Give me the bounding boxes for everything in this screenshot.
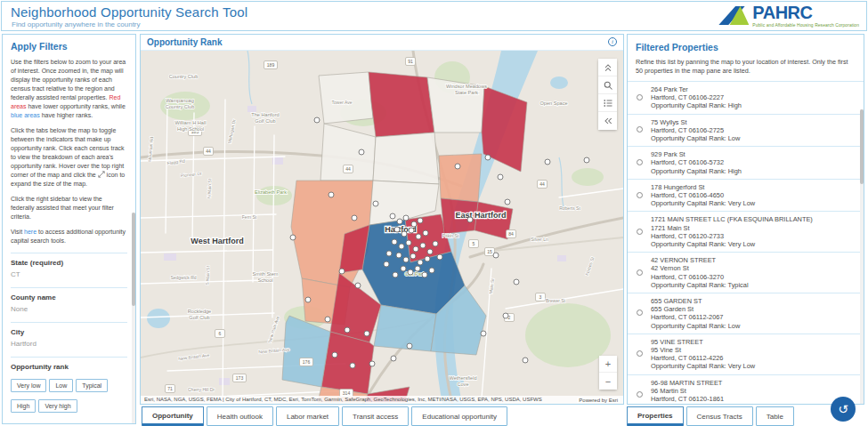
property-map-marker[interactable] [369,361,375,366]
property-map-marker[interactable] [384,261,389,267]
properties-scrollbar-thumb[interactable] [860,109,864,184]
zoom-in-button[interactable]: + [599,356,617,373]
property-map-marker[interactable] [409,228,414,233]
state-field[interactable]: State (required) CT [11,253,127,280]
property-map-marker[interactable] [467,217,473,222]
property-item[interactable]: 1721 MAIN STREET LLC (FKA ESQUINA BRILLA… [628,212,864,253]
property-map-marker[interactable] [413,246,418,252]
property-map-marker[interactable] [514,279,519,285]
search-icon[interactable] [598,76,617,94]
property-map-marker[interactable] [314,117,320,123]
property-map-marker[interactable] [325,317,330,322]
property-map-marker[interactable] [416,234,421,239]
tab-labor-market[interactable]: Labor market [276,406,339,426]
property-map-marker[interactable] [545,159,550,165]
property-map-marker[interactable] [359,149,364,155]
tab-educational-opportunity[interactable]: Educational opportunity [411,406,507,426]
property-map-marker[interactable] [403,257,409,262]
property-map-marker[interactable] [290,235,296,240]
property-map-marker[interactable] [415,266,420,271]
property-item[interactable]: 264 Park TerHartford, CT 06106-2227Oppor… [628,82,864,115]
tab-properties[interactable]: Properties [627,406,684,426]
property-item[interactable]: 178 Hungerford StHartford, CT 06106-4650… [628,180,864,213]
property-map-marker[interactable] [408,269,413,275]
property-map-marker[interactable] [423,230,428,236]
map-svg[interactable]: 189185914444448451523671173176314 Countr… [141,51,623,404]
city-field-value[interactable]: Hartford [11,340,127,348]
county-field[interactable]: County name None [11,287,127,315]
property-map-marker[interactable] [418,260,423,265]
property-map-marker[interactable] [407,343,412,349]
property-map-marker[interactable] [401,266,406,271]
filters-scrollbar-thumb[interactable] [132,213,135,306]
tab-census-tracts[interactable]: Census Tracts [686,406,753,426]
city-field[interactable]: City Hartford [11,322,127,350]
tab-health-outlook[interactable]: Health outlook [207,406,273,426]
property-map-marker[interactable] [437,254,442,260]
opportunity-rank-option-very-low[interactable]: Very low [11,379,46,392]
property-map-marker[interactable] [498,174,503,180]
property-map-marker[interactable] [505,199,510,205]
property-map-marker[interactable] [418,218,423,223]
tab-transit-access[interactable]: Transit access [342,406,409,426]
info-icon[interactable]: i [608,37,617,46]
tab-opportunity[interactable]: Opportunity [142,406,204,426]
property-map-marker[interactable] [391,356,396,361]
opportunity-rank-option-high[interactable]: High [11,399,36,413]
property-map-marker[interactable] [481,331,486,336]
property-map-marker[interactable] [427,249,433,254]
property-map-marker[interactable] [485,155,491,160]
property-item[interactable]: 95 VINE STREET95 Vine StHartford, CT 061… [628,334,864,375]
tab-table[interactable]: Table [756,406,794,426]
property-map-marker[interactable] [399,244,404,249]
property-item[interactable]: 42 VERNON STREET42 Vernon StHartford, CT… [628,253,864,293]
opportunity-rank-option-very-high[interactable]: Very high [38,399,77,413]
legend-list-icon[interactable] [598,94,617,112]
property-map-marker[interactable] [455,164,460,169]
here-link[interactable]: here [24,229,37,235]
map-canvas[interactable]: 189185914444448451523671173176314 Countr… [141,51,623,404]
collapse-left-icon[interactable] [598,112,617,130]
property-map-marker[interactable] [396,253,402,258]
collapse-up-icon[interactable] [598,59,617,76]
property-item[interactable]: 75 Wyllys StHartford, CT 06106-2725Oppor… [628,115,864,148]
property-map-marker[interactable] [350,363,355,368]
property-map-marker[interactable] [397,219,402,224]
property-item[interactable]: 655 GARDEN ST655 Garden StHartford, CT 0… [628,293,864,334]
property-map-marker[interactable] [429,268,434,273]
property-map-marker[interactable] [392,239,397,245]
property-map-marker[interactable] [332,352,337,358]
property-map-marker[interactable] [503,313,508,318]
property-map-marker[interactable] [433,241,438,246]
property-item[interactable]: 96-98 MARTIN STREET96 Martin StHartford,… [628,375,864,405]
property-map-marker[interactable] [402,231,407,237]
opportunity-rank-option-low[interactable]: Low [49,379,73,392]
property-map-marker[interactable] [352,215,357,221]
property-map-marker[interactable] [425,256,430,261]
property-map-marker[interactable] [393,272,398,277]
property-map-marker[interactable] [345,327,350,333]
zoom-out-button[interactable]: − [599,373,617,390]
property-map-marker[interactable] [403,215,409,221]
property-map-marker[interactable] [329,192,334,197]
state-field-value[interactable]: CT [11,270,127,278]
property-item[interactable]: 929 Park StHartford, CT 06106-5732Opport… [628,147,864,180]
property-map-marker[interactable] [386,251,392,256]
property-map-marker[interactable] [406,240,411,245]
property-map-marker[interactable] [364,331,369,336]
opportunity-rank-option-typical[interactable]: Typical [76,379,108,392]
refresh-button[interactable]: ↺ [831,397,856,422]
property-map-marker[interactable] [355,283,361,288]
property-map-marker[interactable] [493,253,499,258]
property-map-marker[interactable] [305,297,311,302]
property-map-marker[interactable] [390,213,395,219]
property-map-marker[interactable] [411,221,417,227]
property-map-marker[interactable] [339,269,345,274]
property-map-marker[interactable] [523,358,528,363]
county-field-value[interactable]: None [11,305,127,313]
property-map-marker[interactable] [394,227,400,232]
property-map-marker[interactable] [420,243,426,248]
property-map-marker[interactable] [373,201,378,206]
property-map-marker[interactable] [410,253,416,259]
property-map-marker[interactable] [584,157,589,163]
